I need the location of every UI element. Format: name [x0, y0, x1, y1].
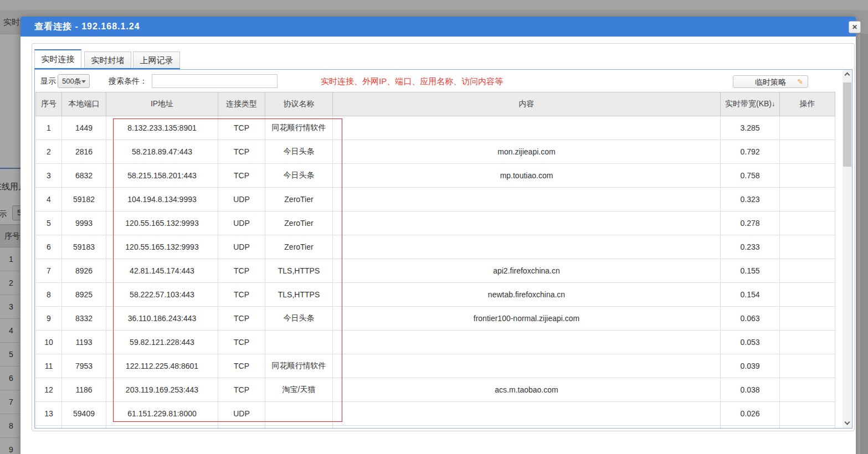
- conn-type-cell: TCP: [218, 378, 265, 402]
- bandwidth-cell: [721, 426, 780, 429]
- content-cell: newtab.firefoxchina.cn: [333, 283, 721, 307]
- protocol-cell: 同花顺行情软件: [265, 354, 333, 378]
- dialog-title: 查看连接 - 192.168.1.24: [34, 17, 140, 37]
- search-input[interactable]: [152, 74, 278, 88]
- action-cell: [780, 164, 835, 188]
- connections-scroll-container: 显示 500条 搜索条件： 实时连接、外网IP、端口、应用名称、访问内容等 临时…: [34, 69, 852, 429]
- local-port-cell: 6832: [62, 164, 106, 188]
- content-cell: [333, 116, 721, 140]
- seq-cell: 2: [36, 140, 62, 164]
- local-port-cell: 1193: [62, 331, 106, 354]
- conn-type-cell: TCP: [218, 331, 265, 354]
- seq-cell: 8: [36, 283, 62, 307]
- ip-cell: 36.110.186.243:443: [106, 307, 218, 331]
- seq-cell: 12: [36, 378, 62, 402]
- table-controls: 显示 500条 搜索条件： 实时连接、外网IP、端口、应用名称、访问内容等 临时…: [35, 74, 852, 89]
- display-count-label: 显示: [40, 74, 56, 88]
- bandwidth-cell: 0.323: [721, 188, 780, 211]
- sort-desc-icon: ↓: [772, 100, 775, 108]
- content-cell: [333, 354, 721, 378]
- ip-cell: 58.222.57.103:443: [106, 283, 218, 307]
- protocol-cell: TLS,HTTPS: [265, 259, 333, 283]
- table-header-row: 序号本地端口IP地址连接类型协议名称内容实时带宽(KB)↓操作: [36, 92, 835, 116]
- bandwidth-cell: 3.285: [721, 116, 780, 140]
- ip-cell: 120.55.165.132:9993: [106, 235, 218, 259]
- conn-type-cell: TCP: [218, 116, 265, 140]
- close-button[interactable]: ✕: [849, 21, 861, 33]
- display-count-value: 500条: [62, 77, 81, 85]
- table-row: 3683258.215.158.201:443TCP今日头条mp.toutiao…: [36, 164, 835, 188]
- scrollbar-thumb[interactable]: [843, 82, 851, 167]
- vertical-scrollbar[interactable]: [843, 70, 852, 428]
- ip-cell: 203.119.169.253:443: [106, 378, 218, 402]
- content-cell: [333, 402, 721, 426]
- content-cell: [333, 235, 721, 259]
- connections-table: 序号本地端口IP地址连接类型协议名称内容实时带宽(KB)↓操作 114498.1…: [35, 92, 835, 429]
- protocol-cell: TLS,HTTPS: [265, 283, 333, 307]
- conn-type-cell: UDP: [218, 402, 265, 426]
- tab-realtime-connections[interactable]: 实时连接: [34, 49, 81, 68]
- bandwidth-cell: 0.155: [721, 259, 780, 283]
- column-header-seq: 序号: [36, 92, 62, 116]
- bandwidth-cell: 0.758: [721, 164, 780, 188]
- local-port-cell: 8332: [62, 307, 106, 331]
- protocol-cell: ZeroTier: [265, 188, 333, 211]
- content-cell: mon.zijieapi.com: [333, 140, 721, 164]
- bandwidth-cell: 0.038: [721, 378, 780, 402]
- action-cell: [780, 283, 835, 307]
- column-header-bandwidth[interactable]: 实时带宽(KB)↓: [721, 92, 780, 116]
- tab-browsing-history[interactable]: 上网记录: [133, 51, 180, 68]
- content-cell: [333, 211, 721, 235]
- ip-cell: [106, 426, 218, 429]
- action-cell: [780, 188, 835, 211]
- ip-cell: 42.81.145.174:443: [106, 259, 218, 283]
- content-cell: [333, 188, 721, 211]
- local-port-cell: 9993: [62, 211, 106, 235]
- chevron-up-icon: [845, 73, 850, 78]
- ip-cell: 122.112.225.48:8601: [106, 354, 218, 378]
- action-cell: [780, 259, 835, 283]
- protocol-cell: 今日头条: [265, 140, 333, 164]
- table-row: 2281658.218.89.47:443TCP今日头条mon.zijieapi…: [36, 140, 835, 164]
- connections-table-body: 114498.132.233.135:8901TCP同花顺行情软件3.28522…: [36, 116, 835, 429]
- column-header-protocol: 协议名称: [265, 92, 333, 116]
- caret-down-icon: [81, 80, 86, 83]
- seq-cell: [36, 426, 62, 429]
- content-cell: frontier100-normal.zijieapi.com: [333, 307, 721, 331]
- seq-cell: 9: [36, 307, 62, 331]
- bandwidth-cell: 0.039: [721, 354, 780, 378]
- seq-cell: 4: [36, 188, 62, 211]
- seq-cell: 6: [36, 235, 62, 259]
- scroll-up-button[interactable]: [843, 70, 852, 79]
- table-row: 121186203.119.169.253:443TCP淘宝/天猫acs.m.t…: [36, 378, 835, 402]
- local-port-cell: 59182: [62, 188, 106, 211]
- seq-cell: 7: [36, 259, 62, 283]
- table-row: 135940961.151.229.81:8000UDP0.026: [36, 402, 835, 426]
- display-count-select[interactable]: 500条: [58, 74, 90, 88]
- seq-cell: 13: [36, 402, 62, 426]
- protocol-cell: 同花顺行情软件: [265, 116, 333, 140]
- action-cell: [780, 426, 835, 429]
- conn-type-cell: UDP: [218, 188, 265, 211]
- ip-cell: 59.82.121.228:443: [106, 331, 218, 354]
- column-header-ip: IP地址: [106, 92, 218, 116]
- temp-policy-button[interactable]: 临时策略 ✎: [733, 75, 808, 88]
- bandwidth-cell: 0.026: [721, 402, 780, 426]
- action-cell: [780, 235, 835, 259]
- bandwidth-cell: 0.792: [721, 140, 780, 164]
- content-cell: mp.toutiao.com: [333, 164, 721, 188]
- conn-type-cell: TCP: [218, 164, 265, 188]
- table-row: 459182104.194.8.134:9993UDPZeroTier0.323: [36, 188, 835, 211]
- column-header-action: 操作: [780, 92, 835, 116]
- seq-cell: 3: [36, 164, 62, 188]
- ip-cell: 61.151.229.81:8000: [106, 402, 218, 426]
- tab-realtime-blocks[interactable]: 实时封堵: [84, 51, 131, 68]
- protocol-cell: ZeroTier: [265, 211, 333, 235]
- pencil-icon: ✎: [797, 76, 803, 87]
- ip-cell: 8.132.233.135:8901: [106, 116, 218, 140]
- table-row: 114498.132.233.135:8901TCP同花顺行情软件3.285: [36, 116, 835, 140]
- scroll-down-button[interactable]: [843, 419, 852, 428]
- ip-cell: 120.55.165.132:9993: [106, 211, 218, 235]
- protocol-cell: 淘宝/天猫: [265, 378, 333, 402]
- action-cell: [780, 307, 835, 331]
